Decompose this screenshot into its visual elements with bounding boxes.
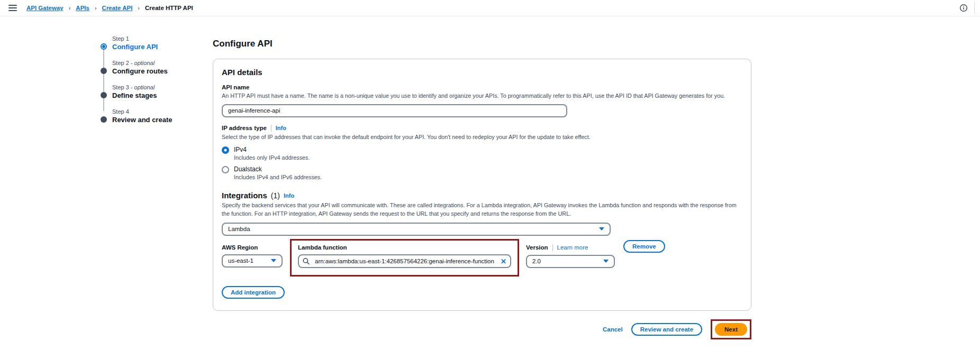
topbar-right <box>959 2 975 14</box>
chevron-down-icon <box>271 259 276 262</box>
clear-input-icon[interactable]: ✕ <box>501 257 506 264</box>
lambda-function-search: ✕ <box>298 254 511 268</box>
breadcrumb-current: Create HTTP API <box>145 5 193 11</box>
api-name-description: An HTTP API must have a name. The name i… <box>222 92 742 100</box>
step-label-configure-api[interactable]: Configure API <box>112 43 213 51</box>
step-label-review-and-create[interactable]: Review and create <box>112 116 213 124</box>
api-name-label: API name <box>222 84 742 90</box>
aws-region-field: AWS Region us-east-1 <box>222 244 283 268</box>
review-and-create-button[interactable]: Review and create <box>631 323 702 336</box>
ipv4-radio-label: IPv4 <box>234 146 310 153</box>
version-field: Version Learn more 2.0 <box>526 244 615 268</box>
breadcrumb-separator-icon: › <box>138 5 140 11</box>
dualstack-radio-icon[interactable] <box>222 166 229 173</box>
integration-type-value: Lambda <box>228 226 250 232</box>
integration-type-select[interactable]: Lambda <box>222 223 611 236</box>
step-active-radio-icon <box>101 43 107 50</box>
aws-region-value: us-east-1 <box>228 257 253 264</box>
remove-button-wrap: Remove <box>623 240 665 253</box>
step-label-configure-routes[interactable]: Configure routes <box>112 67 213 75</box>
info-icon[interactable] <box>959 4 968 12</box>
wizard-footer-actions: Cancel Review and create Next <box>213 319 751 339</box>
dualstack-radio-label: Dualstack <box>234 165 322 173</box>
lambda-function-label: Lambda function <box>298 244 511 251</box>
aws-region-select[interactable]: us-east-1 <box>222 254 283 268</box>
add-integration-button[interactable]: Add integration <box>222 286 285 299</box>
ip-address-type-info-link[interactable]: Info <box>276 125 286 131</box>
version-value: 2.0 <box>532 258 541 264</box>
step-item-configure-api[interactable]: Step 1 Configure API <box>101 35 213 52</box>
ip-address-type-label: IP address type <box>222 125 267 131</box>
integrations-title: Integrations <box>222 191 267 200</box>
version-select[interactable]: 2.0 <box>526 255 615 268</box>
step-dot-icon <box>101 116 107 123</box>
step-dot-icon <box>101 68 107 74</box>
api-name-field: API name An HTTP API must have a name. T… <box>222 84 742 117</box>
step-kicker: Step 4 <box>112 108 213 115</box>
step-dot-icon <box>101 92 107 98</box>
remove-integration-button[interactable]: Remove <box>623 240 665 253</box>
integrations-header: Integrations (1) Info <box>222 191 742 200</box>
api-details-title: API details <box>222 68 742 77</box>
label-divider <box>552 244 553 251</box>
ipv4-radio-option[interactable]: IPv4 Includes only IPv4 addresses. <box>222 146 742 161</box>
step-item-define-stages[interactable]: Step 3 - optional Define stages <box>101 84 213 100</box>
breadcrumb-link-apis[interactable]: APIs <box>76 5 89 11</box>
breadcrumb-link-api-gateway[interactable]: API Gateway <box>26 5 63 11</box>
search-icon <box>303 257 310 264</box>
hamburger-menu-icon[interactable] <box>7 4 18 12</box>
topbar-divider <box>974 2 975 14</box>
breadcrumb-link-create-api[interactable]: Create API <box>102 5 133 11</box>
next-button[interactable]: Next <box>715 323 747 336</box>
step-item-configure-routes[interactable]: Step 2 - optional Configure routes <box>101 60 213 76</box>
dualstack-radio-option[interactable]: Dualstack Includes IPv4 and IPv6 address… <box>222 165 742 180</box>
label-divider <box>271 125 271 132</box>
wizard-steps-nav: Step 1 Configure API Step 2 - optional C… <box>101 35 213 133</box>
lambda-function-input[interactable] <box>298 254 511 268</box>
api-details-card: API details API name An HTTP API must ha… <box>213 59 751 311</box>
integrations-description: Specify the backend services that your A… <box>222 201 742 218</box>
add-integration-wrap: Add integration <box>222 286 742 299</box>
top-bar: API Gateway › APIs › Create API › Create… <box>0 0 980 16</box>
ipv4-radio-checked-icon[interactable] <box>222 146 229 154</box>
ipv4-radio-description: Includes only IPv4 addresses. <box>234 154 310 161</box>
integrations-count: (1) <box>271 191 280 200</box>
dualstack-radio-description: Includes IPv4 and IPv6 addresses. <box>234 174 322 180</box>
wizard-steps: Step 1 Configure API Step 2 - optional C… <box>101 35 213 125</box>
integration-config-row: AWS Region us-east-1 Lambda function <box>222 244 742 277</box>
step-item-review-and-create[interactable]: Step 4 Review and create <box>101 108 213 125</box>
create-http-api-page: API Gateway › APIs › Create API › Create… <box>0 0 980 350</box>
ip-address-type-field: IP address type Info Select the type of … <box>222 125 742 181</box>
lambda-function-highlight-box: Lambda function ✕ <box>290 239 519 277</box>
page-title: Configure API <box>213 39 751 49</box>
step-label-define-stages[interactable]: Define stages <box>112 91 213 99</box>
breadcrumb: API Gateway › APIs › Create API › Create… <box>26 5 193 11</box>
step-kicker: Step 1 <box>112 35 213 42</box>
next-button-highlight-box: Next <box>711 319 751 339</box>
ip-address-type-description: Select the type of IP addresses that can… <box>222 133 742 142</box>
version-learn-more-link[interactable]: Learn more <box>557 244 588 251</box>
aws-region-label: AWS Region <box>222 244 283 251</box>
step-kicker: Step 3 - optional <box>112 84 213 90</box>
cancel-button[interactable]: Cancel <box>603 326 623 333</box>
version-label: Version <box>526 244 548 251</box>
integrations-info-link[interactable]: Info <box>284 192 294 199</box>
chevron-down-icon <box>599 227 604 231</box>
api-name-input[interactable] <box>222 104 567 117</box>
breadcrumb-separator-icon: › <box>69 5 71 11</box>
step-kicker: Step 2 - optional <box>112 60 213 66</box>
breadcrumb-separator-icon: › <box>95 5 97 11</box>
wizard-layout: Step 1 Configure API Step 2 - optional C… <box>0 16 980 339</box>
chevron-down-icon <box>603 260 609 263</box>
main-content: Configure API API details API name An HT… <box>213 35 751 339</box>
